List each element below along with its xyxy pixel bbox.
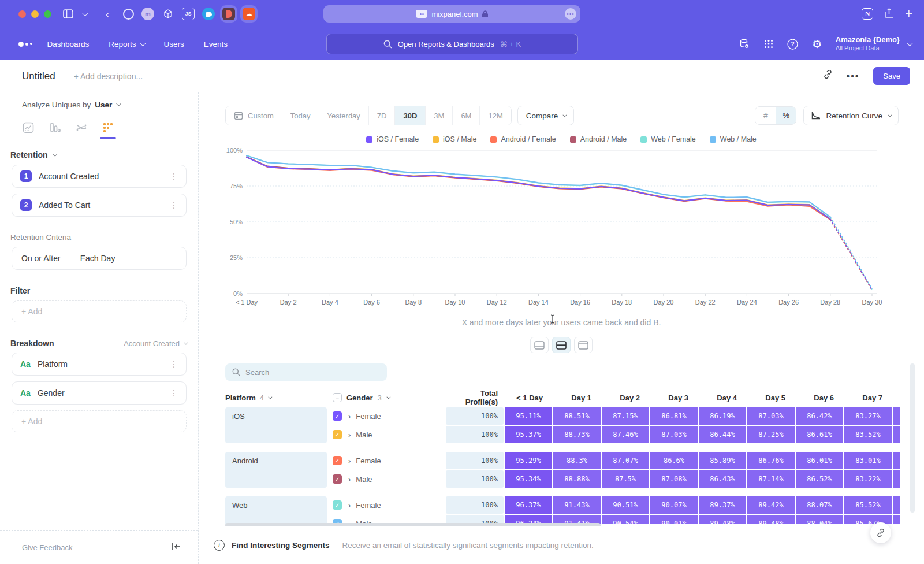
date-range-today[interactable]: Today: [282, 106, 319, 125]
analyze-entity-dropdown[interactable]: User: [95, 101, 112, 109]
kebab-menu-icon[interactable]: ⋮: [170, 388, 178, 398]
kebab-menu-icon[interactable]: ⋮: [170, 172, 178, 181]
day-column-header[interactable]: Day 2: [601, 394, 649, 402]
legend-item[interactable]: iOS / Female: [366, 135, 419, 143]
segments-title[interactable]: Find Interesting Segments: [232, 541, 330, 550]
view-chart-only-button[interactable]: [530, 337, 549, 353]
table-vertical-scrollbar[interactable]: [910, 363, 915, 513]
date-range-3m[interactable]: 3M: [426, 106, 453, 125]
retention-step-2[interactable]: 2 Added To Cart ⋮: [12, 194, 187, 217]
day-column-header[interactable]: < 1 Day: [504, 394, 552, 402]
retention-value-cell[interactable]: 87.03%: [650, 426, 698, 443]
retention-value-cell[interactable]: 89.37%: [699, 496, 746, 514]
close-window-button[interactable]: [18, 10, 26, 18]
retention-value-cell[interactable]: 87.5%: [602, 470, 649, 488]
timer-extension-icon[interactable]: [123, 9, 134, 20]
retention-step-1[interactable]: 1 Account Created ⋮: [12, 165, 187, 188]
floating-share-link-button[interactable]: [870, 522, 891, 543]
sidebar-toggle-icon[interactable]: [62, 8, 74, 20]
tab-insights[interactable]: [22, 120, 35, 136]
row-checkbox[interactable]: ✓: [333, 500, 342, 510]
tab-retention[interactable]: [102, 120, 114, 136]
collapse-sidebar-icon[interactable]: [172, 543, 181, 553]
mixpanel-logo[interactable]: [18, 42, 32, 47]
settings-gear-icon[interactable]: ⚙: [811, 38, 823, 50]
avatar-extension-icon[interactable]: m: [141, 8, 154, 20]
project-switcher[interactable]: Amazonia {Demo} All Project Data: [836, 35, 911, 53]
legend-item[interactable]: iOS / Male: [433, 135, 476, 143]
retention-value-cell[interactable]: 87.15%: [602, 407, 649, 425]
retention-criteria-card[interactable]: On or After Each Day: [12, 247, 187, 270]
tab-flows[interactable]: [75, 120, 88, 136]
retention-value-cell[interactable]: 86.61%: [796, 426, 843, 443]
retention-value-cell[interactable]: 90.54%: [602, 515, 649, 524]
select-all-checkbox[interactable]: –: [333, 393, 342, 402]
retention-value-cell[interactable]: 85.52%: [844, 496, 892, 514]
more-options-icon[interactable]: •••: [847, 71, 860, 81]
nav-item-events[interactable]: Events: [204, 40, 228, 49]
url-bar[interactable]: mixpanel.com •••: [323, 5, 580, 23]
nav-item-dashboards[interactable]: Dashboards: [47, 40, 90, 49]
chevron-right-icon[interactable]: ›: [348, 412, 351, 421]
gender-cell[interactable]: ✓›Female: [333, 496, 446, 514]
url-more-icon[interactable]: •••: [565, 8, 576, 20]
day-column-header[interactable]: Day 6: [795, 394, 843, 402]
retention-value-cell[interactable]: 91.43%: [553, 496, 601, 514]
add-filter-button[interactable]: + Add: [12, 300, 187, 322]
retention-value-cell[interactable]: 86.01%: [796, 452, 843, 469]
gender-cell[interactable]: ✓›Male: [333, 470, 446, 488]
retention-value-cell[interactable]: 95.37%: [505, 426, 552, 443]
table-row[interactable]: ✓›Female100%96.37%91.43%90.51%90.07%89.3…: [333, 496, 900, 514]
format-percent-button[interactable]: %: [776, 107, 796, 124]
chevron-right-icon[interactable]: ›: [348, 457, 351, 465]
add-description[interactable]: + Add description...: [74, 72, 143, 81]
date-range-yesterday[interactable]: Yesterday: [319, 106, 369, 125]
retention-value-cell[interactable]: 90.51%: [602, 496, 649, 514]
retention-value-cell[interactable]: 87.14%: [747, 470, 795, 488]
breakdown-property-name[interactable]: Platform: [38, 359, 163, 369]
gender-cell[interactable]: ✓›Female: [333, 407, 446, 425]
table-row[interactable]: ✓›Male100%95.34%88.88%87.5%87.08%86.43%8…: [333, 470, 900, 488]
retention-value-cell[interactable]: 86.44%: [699, 426, 746, 443]
retention-value-cell[interactable]: 86.52%: [796, 470, 843, 488]
row-checkbox[interactable]: ✓: [333, 411, 342, 421]
chart-type-dropdown[interactable]: Retention Curve: [803, 106, 899, 125]
retention-value-cell[interactable]: 87.46%: [602, 426, 649, 443]
date-range-custom[interactable]: Custom: [226, 106, 282, 125]
retention-value-cell[interactable]: 87.03%: [747, 407, 795, 425]
chevron-right-icon[interactable]: ›: [348, 431, 351, 439]
save-button[interactable]: Save: [873, 67, 910, 85]
apps-grid-icon[interactable]: [763, 38, 774, 50]
table-row[interactable]: ✓›Female100%95.29%88.3%87.07%86.6%85.89%…: [333, 452, 900, 469]
criteria-mode[interactable]: On or After: [21, 254, 61, 263]
breakdown-platform[interactable]: Aa Platform ⋮: [12, 352, 187, 376]
retention-value-cell[interactable]: 88.88%: [553, 470, 601, 488]
zoom-window-button[interactable]: [44, 10, 51, 18]
give-feedback-link[interactable]: Give Feedback: [22, 543, 72, 552]
table-search-input[interactable]: Search: [225, 363, 387, 381]
day-column-header[interactable]: Day 7: [843, 394, 892, 402]
retention-value-cell[interactable]: 88.73%: [553, 426, 601, 443]
report-title[interactable]: Untitled: [22, 70, 55, 82]
platform-cell[interactable]: Web: [225, 496, 327, 524]
row-checkbox[interactable]: ✓: [333, 474, 342, 484]
breakdown-property-name[interactable]: Gender: [38, 388, 163, 398]
back-icon[interactable]: ‹: [101, 8, 114, 20]
retention-value-cell[interactable]: 90.01%: [650, 515, 698, 524]
copy-link-icon[interactable]: [823, 70, 833, 82]
legend-item[interactable]: Android / Male: [570, 135, 627, 143]
kebab-menu-icon[interactable]: ⋮: [170, 359, 178, 369]
platform-cell[interactable]: iOS: [225, 407, 327, 443]
cloud-extension-icon[interactable]: ☁: [243, 8, 255, 20]
gender-cell[interactable]: ✓›Male: [333, 426, 446, 443]
legend-item[interactable]: Android / Female: [490, 135, 556, 143]
retention-value-cell[interactable]: 89.42%: [747, 496, 795, 514]
retention-value-cell[interactable]: 89.48%: [699, 515, 746, 524]
date-range-6m[interactable]: 6M: [453, 106, 480, 125]
date-range-30d[interactable]: 30D: [395, 106, 426, 125]
kebab-menu-icon[interactable]: ⋮: [170, 201, 178, 210]
retention-value-cell[interactable]: 88.07%: [796, 496, 843, 514]
red-app-extension-icon[interactable]: [222, 8, 235, 20]
retention-line-chart[interactable]: 100%75%50%25%0%< 1 DayDay 2Day 4Day 6Day…: [225, 147, 901, 312]
retention-value-cell[interactable]: 90.07%: [650, 496, 698, 514]
